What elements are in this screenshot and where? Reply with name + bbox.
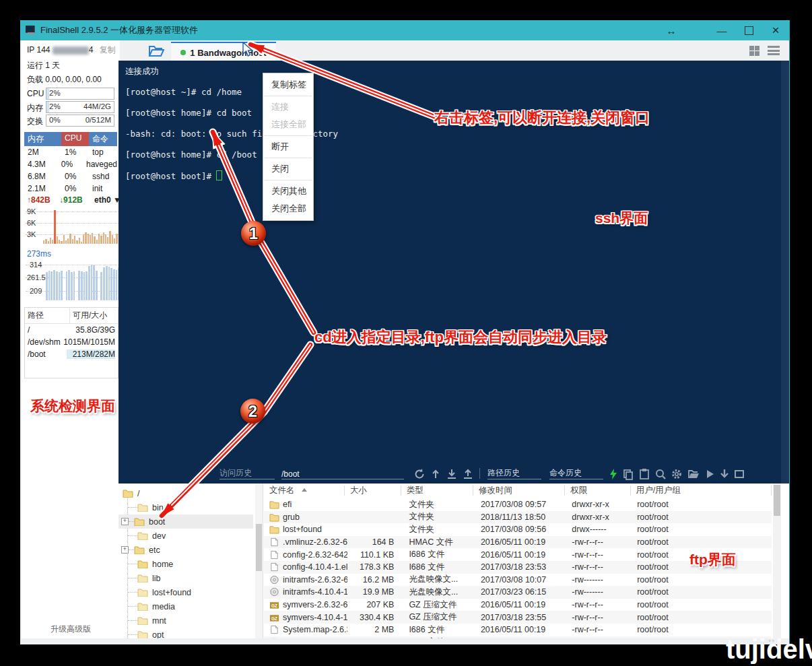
tree-item[interactable]: home: [119, 557, 253, 571]
run-icon[interactable]: [704, 468, 716, 480]
file-row[interactable]: initramfs-4.10.4-1.el6.... 19.9 MB 光盘映像文…: [264, 586, 772, 599]
tree-item-boot[interactable]: + boot: [119, 514, 253, 529]
swap-value: 0%: [49, 116, 61, 124]
proc-col-mem[interactable]: 内存: [24, 132, 61, 146]
speed-boost-icon[interactable]: [607, 468, 619, 480]
open-connection-folder-icon[interactable]: [148, 44, 164, 57]
close-button[interactable]: ×: [762, 20, 789, 40]
annotation-sysmon-label: 系统检测界面: [30, 397, 115, 415]
col-mtime[interactable]: 修改时间: [473, 486, 565, 496]
file-table-scrollbar[interactable]: [773, 484, 781, 638]
minimize-button[interactable]: —: [708, 20, 735, 40]
copy-ip-link[interactable]: 复制: [100, 45, 116, 55]
ip-label: IP 144: [27, 45, 50, 55]
tab-bandwagonhost[interactable]: 1 BandwagonHost: [171, 42, 276, 62]
mouse-cursor-icon: [242, 42, 254, 58]
tree-item[interactable]: media: [119, 599, 253, 613]
disk-col-path[interactable]: 路径: [25, 308, 70, 323]
col-perm[interactable]: 权限: [565, 486, 630, 496]
menu-item-copy-tab[interactable]: 复制标签: [263, 76, 313, 94]
resize-indicator-icon: ↔: [658, 20, 685, 40]
terminal-scrollbar[interactable]: [781, 61, 789, 484]
tree-item[interactable]: bin: [119, 500, 253, 514]
col-filename[interactable]: 文件名: [264, 486, 344, 496]
gz-archive-icon: GZ: [269, 600, 279, 609]
download-panel-icon[interactable]: [718, 468, 731, 480]
folder-icon: [137, 630, 148, 638]
path-input[interactable]: /boot: [281, 469, 404, 479]
refresh-icon[interactable]: [413, 468, 426, 480]
disk-col-usage[interactable]: 可用/大小: [70, 308, 118, 323]
tree-item[interactable]: opt: [119, 628, 253, 638]
disk-row: /dev/shm1015M/1015M: [25, 336, 118, 348]
search-icon[interactable]: [654, 468, 667, 480]
tree-expander-icon[interactable]: +: [121, 546, 129, 554]
tree-item[interactable]: dev: [119, 529, 253, 543]
copy-icon[interactable]: [622, 468, 634, 480]
annotation-ssh-label: ssh界面: [595, 209, 648, 228]
command-history-field[interactable]: 命令历史: [549, 467, 603, 479]
tree-item[interactable]: lib: [119, 571, 253, 585]
title-bar: FinalShell 2.9.5.2 一体化服务器管理软件 ↔ — ×: [20, 20, 789, 40]
file-row[interactable]: System.map-2.6.32-6... 2 MB I686 文件 2016…: [264, 624, 772, 636]
col-size[interactable]: 大小: [345, 486, 401, 496]
tree-item[interactable]: mnt: [119, 613, 253, 628]
upload-icon[interactable]: [462, 468, 474, 480]
status-bar: °°: [22, 638, 788, 644]
visit-history-field[interactable]: 访问历史: [219, 467, 275, 479]
tree-item-root[interactable]: /: [119, 486, 253, 500]
menu-separator: [265, 96, 312, 96]
file-row[interactable]: lost+found 文件夹 2017/03/08 09:56 drwx----…: [264, 523, 772, 536]
file-row[interactable]: .vmlinuz-2.6.32-642.el... 164 B HMAC 文件 …: [264, 536, 772, 549]
iface-select[interactable]: eth0 ▼: [94, 195, 121, 205]
step-ball-1: 1: [241, 221, 266, 246]
menu-item-close[interactable]: 关闭: [263, 160, 313, 178]
ip-tail: 4: [89, 45, 94, 55]
tree-expander-icon[interactable]: +: [121, 518, 129, 525]
ip-row: IP 144 4 复制: [27, 44, 116, 56]
proc-col-cmd[interactable]: 命令: [89, 132, 117, 146]
file-row[interactable]: grub 文件夹 2018/11/13 18:50 drwxr-xr-x roo…: [264, 511, 772, 524]
window-mode-icon[interactable]: [733, 468, 745, 480]
col-owner[interactable]: 用户/用户组: [631, 486, 772, 496]
net-down: ↓912B: [59, 195, 83, 205]
ping-graph: 314 261.5 209: [26, 260, 120, 302]
folder-icon: [134, 545, 145, 554]
parent-directory-icon[interactable]: [430, 468, 442, 480]
menu-item-close-others[interactable]: 关闭其他: [263, 182, 313, 200]
directory-tree: / bin + boot dev: [119, 484, 263, 638]
folder-icon: [269, 500, 279, 509]
net-up: ↑842B ↓912B eth0 ▼: [27, 195, 121, 205]
maximize-button[interactable]: [735, 20, 762, 40]
tree-item-etc[interactable]: + etc: [119, 543, 253, 557]
terminal-toolbar: 访问历史 /boot 路径历史 命令历史: [119, 465, 789, 482]
system-monitor-sidebar: IP 144 4 复制 运行 1 天 负载 0.00, 0.00, 0.00 C…: [22, 40, 120, 643]
menu-item-disconnect[interactable]: 断开: [263, 138, 313, 156]
layout-grid-icon[interactable]: [749, 46, 759, 56]
gz-archive-icon: GZ: [269, 613, 279, 622]
proc-col-cpu[interactable]: CPU: [61, 132, 89, 146]
svg-text:GZ: GZ: [271, 615, 277, 620]
file-row[interactable]: GZ symvers-2.6.32-642.el... 207 KB GZ 压缩…: [264, 599, 772, 611]
open-folder-icon[interactable]: [687, 468, 700, 480]
upgrade-link[interactable]: 升级高级版: [22, 624, 120, 635]
toolbar-separator: [479, 468, 480, 479]
file-icon: [269, 550, 279, 560]
tree-scrollbar[interactable]: [255, 484, 263, 638]
svg-text:GZ: GZ: [271, 603, 277, 608]
path-history-field[interactable]: 路径历史: [487, 467, 541, 479]
tree-item[interactable]: lost+found: [119, 585, 253, 599]
menu-item-close-all[interactable]: 关闭全部: [263, 200, 313, 218]
folder-icon: [134, 517, 145, 526]
file-row[interactable]: efi 文件夹 2017/03/08 09:57 drwxr-xr-x root…: [264, 498, 772, 511]
download-icon[interactable]: [446, 468, 458, 480]
paste-icon[interactable]: [638, 468, 650, 480]
settings-gear-icon[interactable]: [671, 468, 683, 480]
sort-asc-icon: [302, 488, 307, 492]
col-type[interactable]: 类型: [401, 486, 473, 496]
annotation-cd-tip: cd进入指定目录,ftp界面会自动同步进入目录: [314, 327, 607, 347]
menu-hamburger-icon[interactable]: [768, 46, 780, 55]
file-row[interactable]: initramfs-2.6.32-642.e... 16.2 MB 光盘映像文.…: [264, 574, 772, 587]
file-row[interactable]: GZ symvers-4.10.4-1.el6.... 330.4 KB GZ …: [264, 611, 772, 624]
mem-value: 2%: [49, 102, 61, 110]
